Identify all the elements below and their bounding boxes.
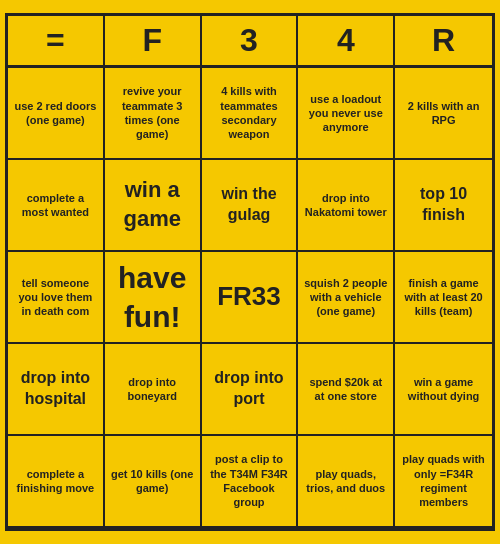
cell-10[interactable]: tell someone you love them in death com <box>8 252 105 344</box>
cell-4[interactable]: 2 kills with an RPG <box>395 68 492 160</box>
header-col-4: R <box>395 16 492 65</box>
header-col-1: F <box>105 16 202 65</box>
cell-3[interactable]: use a loadout you never use anymore <box>298 68 395 160</box>
bingo-header: = F 3 4 R <box>8 16 492 68</box>
cell-22[interactable]: post a clip to the T34M F34R Facebook gr… <box>202 436 299 528</box>
header-col-3: 4 <box>298 16 395 65</box>
bingo-grid: use 2 red doors (one game) revive your t… <box>8 68 492 528</box>
cell-9[interactable]: top 10 finish <box>395 160 492 252</box>
cell-19[interactable]: win a game without dying <box>395 344 492 436</box>
cell-0[interactable]: use 2 red doors (one game) <box>8 68 105 160</box>
cell-13[interactable]: squish 2 people with a vehicle (one game… <box>298 252 395 344</box>
cell-17[interactable]: drop into port <box>202 344 299 436</box>
header-col-2: 3 <box>202 16 299 65</box>
cell-24[interactable]: play quads with only =F34R regiment memb… <box>395 436 492 528</box>
cell-1[interactable]: revive your teammate 3 times (one game) <box>105 68 202 160</box>
cell-15[interactable]: drop into hospital <box>8 344 105 436</box>
cell-5[interactable]: complete a most wanted <box>8 160 105 252</box>
cell-16[interactable]: drop into boneyard <box>105 344 202 436</box>
header-col-0: = <box>8 16 105 65</box>
cell-7[interactable]: win the gulag <box>202 160 299 252</box>
cell-2[interactable]: 4 kills with teammates secondary weapon <box>202 68 299 160</box>
cell-18[interactable]: spend $20k at at one store <box>298 344 395 436</box>
cell-21[interactable]: get 10 kills (one game) <box>105 436 202 528</box>
cell-20[interactable]: complete a finishing move <box>8 436 105 528</box>
cell-6[interactable]: win a game <box>105 160 202 252</box>
cell-11[interactable]: have fun! <box>105 252 202 344</box>
cell-8[interactable]: drop into Nakatomi tower <box>298 160 395 252</box>
cell-12[interactable]: FR33 <box>202 252 299 344</box>
cell-14[interactable]: finish a game with at least 20 kills (te… <box>395 252 492 344</box>
cell-23[interactable]: play quads, trios, and duos <box>298 436 395 528</box>
bingo-card: = F 3 4 R use 2 red doors (one game) rev… <box>5 13 495 531</box>
